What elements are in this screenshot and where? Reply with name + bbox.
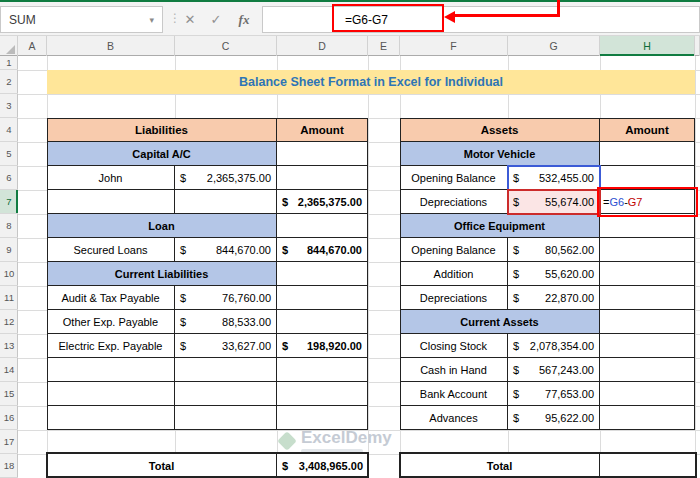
formula-input[interactable]: =G6-G7	[262, 6, 700, 33]
cell-D12[interactable]	[277, 310, 368, 334]
cell-B11-audit-tax-payable[interactable]: Audit & Tax Payable	[47, 286, 175, 310]
cell-F4-assets[interactable]: Assets	[400, 118, 600, 142]
cell-B4-liabilities[interactable]: Liabilities	[47, 118, 277, 142]
row-header-7[interactable]: 7	[0, 190, 18, 214]
cell-B5-capital-ac[interactable]: Capital A/C	[47, 142, 277, 166]
cell-F16-advances[interactable]: Advances	[400, 406, 508, 430]
cell-F13-closing-stock[interactable]: Closing Stock	[400, 334, 508, 358]
cell-D7-capital-total[interactable]: $2,365,375.00	[277, 190, 368, 214]
cell-F12-current-assets[interactable]: Current Assets	[400, 310, 600, 334]
cell-D5[interactable]	[277, 142, 368, 166]
cell-B12-other-exp-payable[interactable]: Other Exp. Payable	[47, 310, 175, 334]
cell-B8-loan[interactable]: Loan	[47, 214, 277, 238]
cell-D14[interactable]	[277, 358, 368, 382]
cell-D10[interactable]	[277, 262, 368, 286]
name-box[interactable]: SUM ▾	[0, 6, 163, 33]
cell-D11[interactable]	[277, 286, 368, 310]
enter-icon[interactable]: ✓	[204, 6, 228, 33]
col-header-H[interactable]: H	[600, 36, 695, 56]
row-header-10[interactable]: 10	[0, 262, 18, 286]
cell-G16-amount[interactable]: $95,622.00	[508, 406, 600, 430]
row-header-12[interactable]: 12	[0, 310, 18, 334]
row-header-8[interactable]: 8	[0, 214, 18, 238]
row-header-14[interactable]: 14	[0, 358, 18, 382]
cell-H11[interactable]	[600, 286, 695, 310]
cell-F10-addition[interactable]: Addition	[400, 262, 508, 286]
cell-H13[interactable]	[600, 334, 695, 358]
cell-C14[interactable]	[175, 358, 277, 382]
col-header-D[interactable]: D	[277, 36, 368, 56]
cell-C11-audit-amount[interactable]: $76,760.00	[175, 286, 277, 310]
cell-H6[interactable]	[600, 166, 695, 190]
cell-H10[interactable]	[600, 262, 695, 286]
cell-G7-depreciation-amount[interactable]: $55,674.00	[508, 190, 600, 214]
cell-C12-other-amount[interactable]: $88,533.00	[175, 310, 277, 334]
cell-D8[interactable]	[277, 214, 368, 238]
name-box-chevron-icon[interactable]: ▾	[149, 15, 154, 25]
cell-F5-motor-vehicle[interactable]: Motor Vehicle	[400, 142, 600, 166]
cell-F14-cash-in-hand[interactable]: Cash in Hand	[400, 358, 508, 382]
cell-F11-depreciations[interactable]: Depreciations	[400, 286, 508, 310]
col-header-G[interactable]: G	[508, 36, 600, 56]
col-header-C[interactable]: C	[175, 36, 277, 56]
cell-G11-amount[interactable]: $22,870.00	[508, 286, 600, 310]
cell-B9-secured-loans[interactable]: Secured Loans	[47, 238, 175, 262]
cell-F9-opening-balance[interactable]: Opening Balance	[400, 238, 508, 262]
cell-B10-current-liabilities[interactable]: Current Liabilities	[47, 262, 277, 286]
cancel-icon[interactable]: ✕	[178, 6, 202, 33]
cell-B13-electric-exp-payable[interactable]: Electric Exp. Payable	[47, 334, 175, 358]
cell-C7[interactable]	[175, 190, 277, 214]
cell-D9-loan-total[interactable]: $844,670.00	[277, 238, 368, 262]
row-header-1[interactable]: 1	[0, 56, 18, 70]
cell-H4-amount[interactable]: Amount	[600, 118, 695, 142]
col-header-F[interactable]: F	[400, 36, 508, 56]
row-header-16[interactable]: 16	[0, 406, 18, 430]
cell-D18-total-amount[interactable]: $3,408,965.00	[277, 454, 368, 478]
row-header-17[interactable]: 17	[0, 430, 18, 454]
cell-G15-amount[interactable]: $77,653.00	[508, 382, 600, 406]
row-header-4[interactable]: 4	[0, 118, 18, 142]
cell-H15[interactable]	[600, 382, 695, 406]
cell-H18-total-amount[interactable]	[600, 454, 695, 478]
cell-C15[interactable]	[175, 382, 277, 406]
cell-D13-current-total[interactable]: $198,920.00	[277, 334, 368, 358]
row-header-18[interactable]: 18	[0, 454, 18, 478]
row-header-9[interactable]: 9	[0, 238, 18, 262]
cell-D16[interactable]	[277, 406, 368, 430]
cell-H7-active-formula[interactable]: =G6-G7	[600, 190, 695, 214]
cell-D15[interactable]	[277, 382, 368, 406]
cell-C9-secured-amount[interactable]: $844,670.00	[175, 238, 277, 262]
cell-H9[interactable]	[600, 238, 695, 262]
col-header-E[interactable]: E	[368, 36, 400, 56]
col-header-B[interactable]: B	[47, 36, 175, 56]
cell-D6[interactable]	[277, 166, 368, 190]
cell-D4-amount[interactable]: Amount	[277, 118, 368, 142]
cell-C16[interactable]	[175, 406, 277, 430]
cell-F18-total-label[interactable]: Total	[400, 454, 600, 478]
cell-G6-opening-amount[interactable]: $532,455.00	[508, 166, 600, 190]
cell-F6-opening-balance[interactable]: Opening Balance	[400, 166, 508, 190]
cell-G13-amount[interactable]: $2,078,354.00	[508, 334, 600, 358]
cell-H8[interactable]	[600, 214, 695, 238]
select-all-button[interactable]	[0, 36, 18, 56]
cell-B7[interactable]	[47, 190, 175, 214]
insert-function-icon[interactable]: fx	[232, 6, 256, 33]
cell-G10-amount[interactable]: $55,620.00	[508, 262, 600, 286]
cell-F7-depreciations[interactable]: Depreciations	[400, 190, 508, 214]
row-header-6[interactable]: 6	[0, 166, 18, 190]
row-header-2[interactable]: 2	[0, 70, 18, 94]
col-header-A[interactable]: A	[18, 36, 47, 56]
row-header-13[interactable]: 13	[0, 334, 18, 358]
cell-H12[interactable]	[600, 310, 695, 334]
row-header-5[interactable]: 5	[0, 142, 18, 166]
cell-F15-bank-account[interactable]: Bank Account	[400, 382, 508, 406]
row-header-11[interactable]: 11	[0, 286, 18, 310]
cell-C6-john-amount[interactable]: $2,365,375.00	[175, 166, 277, 190]
cell-C13-electric-amount[interactable]: $33,627.00	[175, 334, 277, 358]
cell-B15[interactable]	[47, 382, 175, 406]
cell-B14[interactable]	[47, 358, 175, 382]
row-header-3[interactable]: 3	[0, 94, 18, 118]
cell-B18-total-label[interactable]: Total	[47, 454, 277, 478]
cell-B6-john[interactable]: John	[47, 166, 175, 190]
row-header-15[interactable]: 15	[0, 382, 18, 406]
